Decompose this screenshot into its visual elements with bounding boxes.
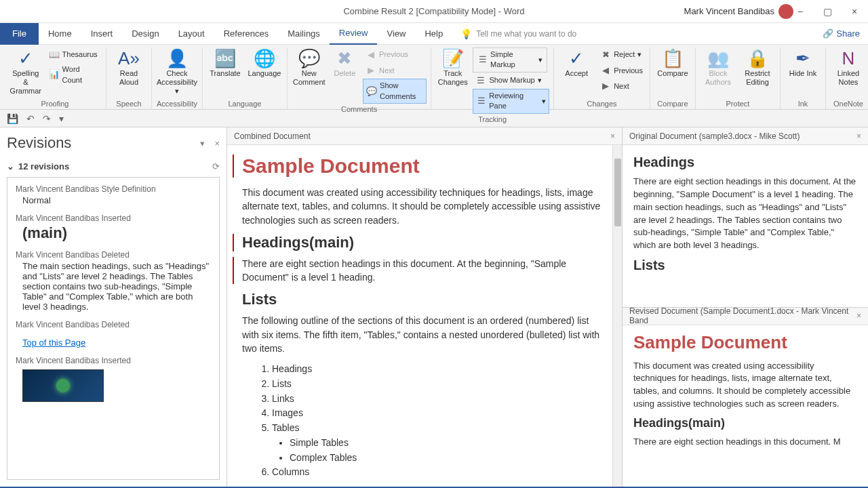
- revisions-count[interactable]: ⌄ 12 revisions: [7, 161, 69, 171]
- revision-item[interactable]: Mark Vincent Bandibas Deleted: [16, 320, 211, 329]
- ribbon: ✓Spelling & Grammar 📖Thesaurus 📊Word Cou…: [0, 45, 868, 110]
- revisions-title: Revisions: [7, 134, 71, 152]
- revised-header: Revised Document (Sample Document1.docx …: [629, 308, 856, 326]
- markup-dropdown[interactable]: ☰Simple Markup ▾: [473, 47, 547, 73]
- revisions-list[interactable]: Mark Vincent Bandibas Style Definition N…: [7, 177, 220, 480]
- doc-paragraph: This document was created using accessib…: [633, 360, 857, 411]
- prev-icon: ◀: [366, 49, 376, 61]
- tab-review[interactable]: Review: [330, 23, 378, 45]
- spelling-grammar-button[interactable]: ✓Spelling & Grammar: [8, 47, 43, 98]
- close-button[interactable]: ×: [841, 0, 868, 23]
- list-item: Complex Tables: [290, 451, 607, 466]
- next-comment-button: ▶Next: [363, 63, 427, 78]
- block-icon: 👥: [707, 49, 729, 69]
- original-close[interactable]: ×: [856, 131, 861, 141]
- revised-close[interactable]: ×: [856, 311, 861, 321]
- read-aloud-button[interactable]: A»Read Aloud: [111, 47, 147, 88]
- share-icon: 🔗: [823, 28, 833, 39]
- doc-heading: Headings(main): [633, 416, 857, 430]
- new-comment-button[interactable]: 💬New Comment: [292, 47, 327, 88]
- prev-change-icon: ◀: [600, 64, 611, 77]
- tab-view[interactable]: View: [377, 23, 415, 45]
- revision-item[interactable]: Top of this Page: [16, 338, 211, 348]
- doc-title: Sample Document: [242, 155, 607, 178]
- restrict-editing-button[interactable]: 🔒Restrict Editing: [739, 47, 776, 88]
- revisions-pane: Revisions ▾ × ⌄ 12 revisions ⟳ Mark Vinc…: [0, 127, 227, 487]
- linked-notes-button[interactable]: NLinked Notes: [830, 47, 867, 88]
- group-comments: Comments: [341, 104, 377, 115]
- language-button[interactable]: 🌐Language: [246, 47, 283, 79]
- save-button[interactable]: 💾: [7, 113, 18, 124]
- undo-button[interactable]: ↶: [26, 113, 35, 124]
- chevron-down-icon: ⌄: [7, 161, 14, 171]
- revisions-dropdown[interactable]: ▾: [200, 138, 205, 148]
- group-proofing: Proofing: [41, 98, 69, 109]
- share-button[interactable]: 🔗 Share: [823, 28, 860, 39]
- track-icon: 📝: [442, 49, 464, 69]
- accept-button[interactable]: ✓Accept: [558, 47, 595, 79]
- revision-item[interactable]: Mark Vincent Bandibas Style Definition N…: [16, 184, 211, 205]
- accessibility-icon: 👤: [166, 49, 188, 69]
- top-of-page-link[interactable]: Top of this Page: [16, 338, 85, 348]
- tab-home[interactable]: Home: [39, 23, 81, 45]
- list-item: Links: [272, 392, 607, 407]
- minimize-button[interactable]: −: [787, 0, 814, 23]
- thesaurus-button[interactable]: 📖Thesaurus: [46, 47, 102, 62]
- tab-layout[interactable]: Layout: [169, 23, 214, 45]
- group-ink: Ink: [798, 98, 808, 109]
- list-item: Columns: [272, 465, 607, 480]
- tab-help[interactable]: Help: [415, 23, 452, 45]
- delete-comment-button: ✖Delete: [330, 47, 360, 79]
- group-protect: Protect: [726, 98, 750, 109]
- original-body[interactable]: Headings There are eight section heading…: [623, 145, 868, 307]
- user-account[interactable]: Mark Vincent Bandibas: [684, 4, 793, 19]
- group-speech: Speech: [116, 98, 141, 109]
- compare-button[interactable]: 📋Compare: [654, 47, 691, 79]
- word-count-button[interactable]: 📊Word Count: [46, 63, 102, 87]
- tab-file[interactable]: File: [0, 23, 39, 45]
- prev-change-button[interactable]: ◀Previous: [597, 63, 646, 78]
- ribbon-tabs: File Home Insert Design Layout Reference…: [0, 23, 868, 45]
- doc-heading: Lists: [633, 258, 857, 273]
- revised-body[interactable]: Sample Document This document was create…: [623, 325, 868, 487]
- revision-item[interactable]: Mark Vincent Bandibas Deleted The main s…: [16, 250, 211, 312]
- check-accessibility-button[interactable]: 👤Check Accessibility ▾: [156, 47, 198, 98]
- window-title: Combine Result 2 [Compatibility Mode] - …: [343, 6, 524, 16]
- markup-icon: ☰: [477, 54, 488, 66]
- combined-close[interactable]: ×: [610, 131, 615, 141]
- group-compare: Compare: [657, 98, 688, 109]
- refresh-icon[interactable]: ⟳: [212, 161, 220, 171]
- titlebar: Combine Result 2 [Compatibility Mode] - …: [0, 0, 868, 23]
- next-change-button[interactable]: ▶Next: [597, 79, 646, 94]
- reviewing-pane-button[interactable]: ☰Reviewing Pane ▾: [473, 89, 549, 114]
- comment-icon: 💬: [298, 49, 320, 69]
- tab-references[interactable]: References: [214, 23, 278, 45]
- scrollbar[interactable]: [612, 145, 622, 487]
- reject-button[interactable]: ✖Reject ▾: [597, 47, 646, 62]
- tab-design[interactable]: Design: [122, 23, 168, 45]
- track-changes-button[interactable]: 📝Track Changes: [435, 47, 470, 88]
- tell-me-search[interactable]: 💡 Tell me what you want to do: [460, 28, 576, 39]
- prev-comment-button: ◀Previous: [363, 47, 427, 62]
- list-item: Tables Simple Tables Complex Tables: [272, 421, 607, 465]
- revisions-close[interactable]: ×: [214, 138, 220, 148]
- tab-insert[interactable]: Insert: [81, 23, 123, 45]
- maximize-button[interactable]: ▢: [814, 0, 841, 23]
- reject-icon: ✖: [600, 49, 611, 61]
- translate-button[interactable]: 🔤Translate: [207, 47, 243, 79]
- qat-customize[interactable]: ▾: [59, 113, 64, 124]
- inserted-image-thumb: [22, 369, 104, 402]
- combined-body[interactable]: Sample Document This document was create…: [227, 145, 622, 487]
- revision-item[interactable]: Mark Vincent Bandibas Inserted (main): [16, 214, 211, 242]
- main-area: Revisions ▾ × ⌄ 12 revisions ⟳ Mark Vinc…: [0, 127, 868, 487]
- show-comments-button[interactable]: 💬Show Comments: [363, 79, 427, 104]
- tab-mailings[interactable]: Mailings: [278, 23, 330, 45]
- redo-button[interactable]: ↷: [43, 113, 51, 124]
- globe-icon: 🌐: [254, 49, 275, 69]
- show-markup-button[interactable]: ☰Show Markup ▾: [473, 73, 549, 88]
- share-label: Share: [836, 28, 860, 39]
- nested-list: Simple Tables Complex Tables: [272, 436, 607, 465]
- doc-paragraph: This document was created using accessib…: [242, 186, 607, 227]
- revision-item[interactable]: Mark Vincent Bandibas Inserted: [16, 356, 211, 402]
- hide-ink-button[interactable]: ✒Hide Ink: [785, 47, 821, 79]
